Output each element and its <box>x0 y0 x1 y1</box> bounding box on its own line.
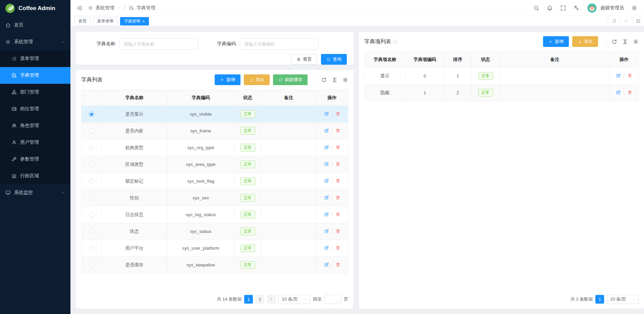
table-row[interactable]: 是否内嵌sys_frame正常 <box>82 123 348 139</box>
row-radio[interactable] <box>89 145 94 150</box>
sidebar-item-user-mgmt[interactable]: 用户管理 <box>0 134 70 151</box>
settings-gear-icon[interactable] <box>631 5 637 11</box>
column-settings-gear-icon[interactable] <box>633 39 639 45</box>
bell-icon[interactable] <box>547 5 553 11</box>
page-button-1[interactable]: 1 <box>244 295 253 304</box>
edit-icon[interactable] <box>324 178 329 183</box>
dict-name-input[interactable] <box>119 38 198 50</box>
line-height-icon[interactable] <box>332 77 337 83</box>
query-button[interactable]: 查询 <box>321 54 347 65</box>
row-radio[interactable] <box>89 112 94 117</box>
menu-fold-icon[interactable] <box>76 5 83 11</box>
sidebar-item-dept-mgmt[interactable]: 部门管理 <box>0 84 70 101</box>
maximize-button[interactable] <box>632 16 644 26</box>
jump-page-input[interactable] <box>324 295 341 304</box>
delete-icon[interactable] <box>335 212 340 217</box>
edit-icon[interactable] <box>324 162 329 167</box>
column-settings-gear-icon[interactable] <box>342 77 348 83</box>
table-row[interactable]: 日志状态sys_log_status正常 <box>82 206 348 223</box>
table-row[interactable]: 性别sys_sex正常 <box>82 190 348 206</box>
delete-icon[interactable] <box>627 90 632 95</box>
edit-icon[interactable] <box>324 195 329 200</box>
row-radio[interactable] <box>89 128 94 133</box>
export-item-button[interactable]: 导出 <box>572 36 598 47</box>
edit-icon[interactable] <box>616 90 621 95</box>
delete-icon[interactable] <box>335 128 340 133</box>
line-height-icon[interactable] <box>622 39 628 45</box>
avatar[interactable] <box>587 3 597 13</box>
row-radio[interactable] <box>89 246 94 251</box>
row-radio[interactable] <box>89 162 94 167</box>
sidebar-item-post-mgmt[interactable]: 岗位管理 <box>0 101 70 117</box>
sidebar-item-role-mgmt[interactable]: 角色管理 <box>0 117 70 134</box>
sidebar-group-system[interactable]: 系统管理 <box>0 34 70 50</box>
refresh-icon[interactable] <box>321 77 327 83</box>
table-row[interactable]: 区域类型sys_area_type正常 <box>82 156 348 173</box>
page-size-select[interactable]: 10 条/页 <box>278 295 310 304</box>
tab-close-icon[interactable]: × <box>142 19 145 23</box>
table-row[interactable]: 用户平台sys_user_platform正常 <box>82 240 348 257</box>
reset-button[interactable]: 重置 <box>291 54 317 65</box>
edit-icon[interactable] <box>324 245 329 250</box>
row-radio[interactable] <box>89 262 94 267</box>
page-size-select[interactable]: 10 条/页 <box>607 295 639 304</box>
table-row[interactable]: 显示01正常 <box>365 68 639 84</box>
delete-icon[interactable] <box>335 245 340 250</box>
main-area: 系统管理 / A 字典管理 A 超级管理员 首页 <box>70 0 644 314</box>
sidebar-item-home[interactable]: 首页 <box>0 17 70 34</box>
breadcrumb-parent[interactable]: 系统管理 <box>96 5 114 11</box>
table-row[interactable]: 是否显示sys_visible正常 <box>82 106 348 123</box>
delete-icon[interactable] <box>335 195 340 200</box>
chevron-down-icon[interactable] <box>117 6 121 10</box>
add-item-button[interactable]: 新增 <box>543 36 569 47</box>
row-radio[interactable] <box>89 212 94 217</box>
tab-options-button[interactable] <box>620 16 632 26</box>
row-radio[interactable] <box>89 195 94 200</box>
page-button-2[interactable]: 2 <box>256 295 264 304</box>
add-button[interactable]: 新增 <box>215 74 240 85</box>
delete-icon[interactable] <box>335 229 340 234</box>
sidebar-item-dict-mgmt[interactable]: A 字典管理 <box>0 67 70 84</box>
fullscreen-icon[interactable] <box>560 5 566 11</box>
edit-icon[interactable] <box>324 212 329 217</box>
refresh-icon[interactable] <box>611 39 617 45</box>
refresh-tab-button[interactable] <box>608 16 620 26</box>
sidebar-item-param-mgmt[interactable]: 参数管理 <box>0 151 70 168</box>
table-row[interactable]: 状态sys_status正常 <box>82 223 348 240</box>
sidebar-item-menu-mgmt[interactable]: 菜单管理 <box>0 50 70 67</box>
delete-icon[interactable] <box>335 111 340 116</box>
table-row[interactable]: 机构类型sys_org_type正常 <box>82 139 348 156</box>
search-icon[interactable] <box>533 5 539 11</box>
refresh-cache-button[interactable]: 刷新缓存 <box>273 74 308 85</box>
row-radio[interactable] <box>89 229 94 234</box>
delete-icon[interactable] <box>335 262 340 267</box>
row-radio[interactable] <box>89 179 94 184</box>
page-button-1[interactable]: 1 <box>595 295 604 304</box>
sidebar-group-monitor[interactable]: 系统监控 <box>0 184 70 201</box>
dict-code-input[interactable] <box>240 38 319 50</box>
user-name[interactable]: 超级管理员 <box>600 5 624 11</box>
tab-home[interactable]: 首页 <box>74 17 91 25</box>
edit-icon[interactable] <box>324 111 329 116</box>
export-button[interactable]: 导出 <box>244 74 270 85</box>
edit-icon[interactable] <box>324 229 329 234</box>
table-row[interactable]: 是否缓存sys_keepalive正常 <box>82 257 348 273</box>
edit-icon[interactable] <box>324 262 329 267</box>
delete-icon[interactable] <box>627 73 632 78</box>
dict-code-cell: sys_org_type <box>167 139 234 156</box>
item-name-cell: 隐藏 <box>365 84 406 101</box>
sidebar-item-admin-region[interactable]: 行政区域 <box>0 168 70 184</box>
next-page-button[interactable] <box>267 295 276 304</box>
delete-icon[interactable] <box>335 145 340 150</box>
tab-menu-mgmt[interactable]: 菜单管理 <box>93 17 117 25</box>
delete-icon[interactable] <box>335 178 340 183</box>
delete-icon[interactable] <box>335 162 340 167</box>
table-row[interactable]: 隐藏12正常 <box>365 84 639 101</box>
tab-dict-mgmt[interactable]: 字典管理 × <box>120 17 149 25</box>
table-row[interactable]: 锁定标记sys_lock_flag正常 <box>82 173 348 190</box>
edit-icon[interactable] <box>324 128 329 133</box>
remark-cell <box>261 190 316 206</box>
translate-icon[interactable]: A <box>574 5 580 11</box>
edit-icon[interactable] <box>616 73 621 78</box>
edit-icon[interactable] <box>324 145 329 150</box>
